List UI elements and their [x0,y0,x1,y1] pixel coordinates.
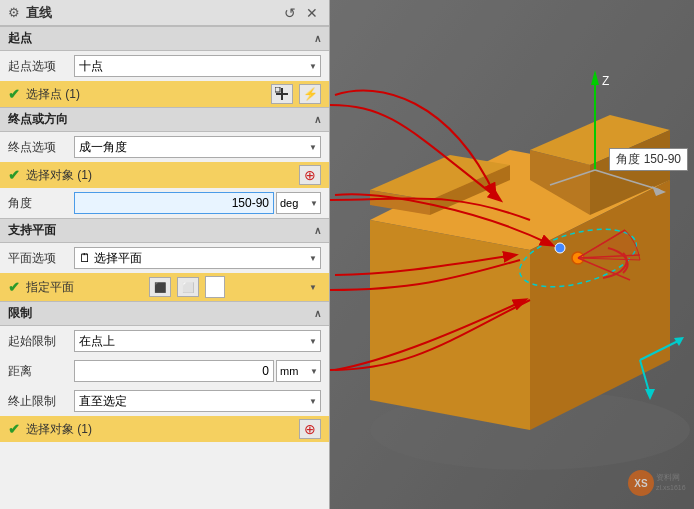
angle-input-wrapper: deg rad [74,192,321,214]
target-icon-end2[interactable]: ⊕ [299,419,321,439]
angle-unit-wrapper: deg rad [276,192,321,214]
panel-title: 直线 [26,4,52,22]
watermark: XS 资料网 zl.xs1616.com [626,468,686,501]
angle-row: 角度 deg rad [0,188,329,218]
end-limit-label: 终止限制 [8,393,68,410]
distance-input[interactable] [74,360,274,382]
selected-object-row-2: ✔ 选择对象 (1) ⊕ [0,416,329,442]
distance-unit-select[interactable]: mm cm [276,360,321,382]
check-icon-start: ✔ [8,86,20,102]
angle-tooltip-text: 角度 150-90 [616,152,681,166]
distance-input-wrapper: mm cm [74,360,321,382]
angle-input[interactable] [74,192,274,214]
limits-chevron: ∧ [314,308,321,319]
close-button[interactable]: ✕ [303,4,321,22]
angle-unit-select[interactable]: deg rad [276,192,321,214]
selected-point-label: 选择点 (1) [26,86,265,103]
end-limit-select-wrapper: 直至选定 [74,390,321,412]
svg-text:zl.xs1616.com: zl.xs1616.com [656,484,686,491]
plane-option-select[interactable]: 🗒 选择平面 [74,247,321,269]
svg-text:资料网: 资料网 [656,473,680,482]
specify-plane-label: 指定平面 [26,279,143,296]
check-icon-end2: ✔ [8,421,20,437]
support-plane-chevron: ∧ [314,225,321,236]
start-option-row: 起点选项 十点 [0,51,329,81]
section-start-point-label: 起点 [8,30,32,47]
start-limit-label: 起始限制 [8,333,68,350]
end-direction-chevron: ∧ [314,114,321,125]
selected-object-row: ✔ 选择对象 (1) ⊕ [0,162,329,188]
distance-row: 距离 mm cm [0,356,329,386]
start-option-select[interactable]: 十点 [74,55,321,77]
svg-text:Z: Z [602,74,609,88]
section-limits-label: 限制 [8,305,32,322]
3d-scene: Z [330,0,694,509]
angle-label: 角度 [8,195,68,212]
selected-point-row: ✔ 选择点 (1) ⚡ [0,81,329,107]
end-option-label: 终点选项 [8,139,68,156]
viewport[interactable]: Z 角 [330,0,694,509]
section-support-plane-label: 支持平面 [8,222,56,239]
svg-rect-1 [276,93,288,95]
section-start-point[interactable]: 起点 ∧ [0,26,329,51]
selected-object-label-2: 选择对象 (1) [26,421,293,438]
end-limit-select[interactable]: 直至选定 [74,390,321,412]
section-limits[interactable]: 限制 ∧ [0,301,329,326]
plane-pick-button1[interactable]: ⬛ [149,277,171,297]
section-support-plane[interactable]: 支持平面 ∧ [0,218,329,243]
add-point-button[interactable] [271,84,293,104]
panel-content: 起点 ∧ 起点选项 十点 ✔ 选择点 (1) ⚡ [0,26,329,509]
start-limit-select-wrapper: 在点上 [74,330,321,352]
check-icon-plane: ✔ [8,279,20,295]
check-icon-end: ✔ [8,167,20,183]
section-end-direction[interactable]: 终点或方向 ∧ [0,107,329,132]
end-option-select[interactable]: 成一角度 [74,136,321,158]
plane-option-row: 平面选项 🗒 选择平面 [0,243,329,273]
end-limit-row: 终止限制 直至选定 [0,386,329,416]
svg-marker-8 [370,220,530,430]
svg-text:XS: XS [634,478,648,489]
angle-tooltip: 角度 150-90 [609,148,688,171]
plane-pick-button2[interactable]: ⬜ [177,277,199,297]
svg-point-21 [555,243,565,253]
section-end-direction-label: 终点或方向 [8,111,68,128]
watermark-logo: XS 资料网 zl.xs1616.com [626,468,686,498]
selected-object-label: 选择对象 (1) [26,167,293,184]
add-icon [275,87,289,101]
left-panel: ⚙ 直线 ↺ ✕ 起点 ∧ 起点选项 十点 ✔ 选择点 (1) [0,0,330,509]
gear-icon: ⚙ [8,5,20,20]
distance-unit-wrapper: mm cm [276,360,321,382]
svg-rect-2 [275,87,280,92]
start-limit-row: 起始限制 在点上 [0,326,329,356]
start-option-label: 起点选项 [8,58,68,75]
target-icon-end[interactable]: ⊕ [299,165,321,185]
start-option-select-wrapper: 十点 [74,55,321,77]
distance-label: 距离 [8,363,68,380]
specify-plane-row: ✔ 指定平面 ⬛ ⬜ [0,273,329,301]
end-option-row: 终点选项 成一角度 [0,132,329,162]
panel-title-actions: ↺ ✕ [281,4,321,22]
plane-option-select-wrapper: 🗒 选择平面 [74,247,321,269]
pick-point-button[interactable]: ⚡ [299,84,321,104]
panel-titlebar: ⚙ 直线 ↺ ✕ [0,0,329,26]
plane-action-select[interactable] [205,276,225,298]
plane-option-label: 平面选项 [8,250,68,267]
reset-button[interactable]: ↺ [281,4,299,22]
start-point-chevron: ∧ [314,33,321,44]
plane-action-select-wrapper [205,276,322,298]
end-option-select-wrapper: 成一角度 [74,136,321,158]
start-limit-select[interactable]: 在点上 [74,330,321,352]
panel-title-left: ⚙ 直线 [8,4,52,22]
